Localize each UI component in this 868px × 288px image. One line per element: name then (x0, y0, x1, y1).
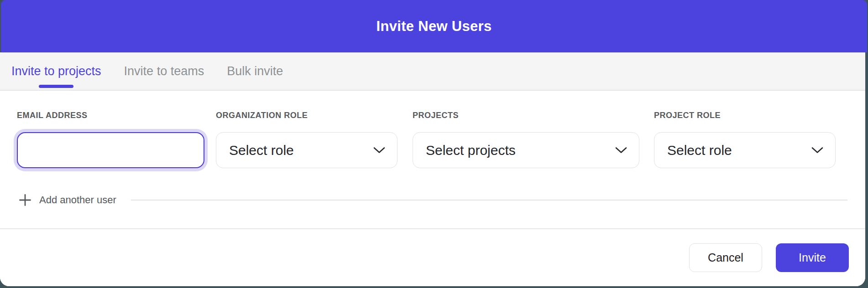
modal-title: Invite New Users (376, 18, 492, 35)
cancel-button[interactable]: Cancel (689, 243, 762, 272)
add-another-user-button[interactable]: Add another user (39, 194, 116, 206)
tab-invite-to-projects[interactable]: Invite to projects (11, 52, 101, 90)
email-field-group: EMAIL ADDRESS (17, 111, 204, 168)
email-address-label: EMAIL ADDRESS (17, 111, 204, 120)
email-address-input[interactable] (17, 132, 204, 168)
tab-invite-to-teams[interactable]: Invite to teams (124, 52, 204, 90)
active-tab-indicator (39, 85, 73, 88)
form-content: EMAIL ADDRESS ORGANIZATION ROLE Select r… (0, 91, 865, 228)
projects-group: PROJECTS Select projects (413, 111, 639, 168)
invite-button[interactable]: Invite (776, 243, 849, 272)
tab-bulk-invite[interactable]: Bulk invite (227, 52, 283, 90)
select-value: Select projects (426, 143, 516, 158)
project-role-select[interactable]: Select role (654, 132, 836, 168)
user-invite-row: EMAIL ADDRESS ORGANIZATION ROLE Select r… (0, 91, 865, 168)
plus-icon (19, 194, 31, 206)
page-background: Invite New Users Invite to projects Invi… (0, 0, 868, 288)
select-value: Select role (229, 143, 294, 158)
chevron-down-icon (373, 147, 385, 154)
tab-label: Invite to projects (11, 64, 101, 78)
select-value: Select role (667, 143, 732, 158)
tab-label: Bulk invite (227, 64, 283, 78)
chevron-down-icon (615, 147, 627, 154)
organization-role-group: ORGANIZATION ROLE Select role (216, 111, 397, 168)
tab-label: Invite to teams (124, 64, 204, 78)
projects-select[interactable]: Select projects (413, 132, 639, 168)
divider-line (131, 200, 847, 201)
organization-role-select[interactable]: Select role (216, 132, 397, 168)
modal-footer: Cancel Invite (0, 228, 865, 286)
projects-label: PROJECTS (413, 111, 639, 120)
project-role-label: PROJECT ROLE (654, 111, 836, 120)
modal-header: Invite New Users (1, 0, 867, 52)
tab-bar: Invite to projects Invite to teams Bulk … (0, 52, 865, 91)
chevron-down-icon (811, 147, 823, 154)
invite-modal: Invite to projects Invite to teams Bulk … (0, 52, 865, 286)
organization-role-label: ORGANIZATION ROLE (216, 111, 397, 120)
project-role-group: PROJECT ROLE Select role (654, 111, 836, 168)
add-another-user-row: Add another user (19, 194, 847, 206)
